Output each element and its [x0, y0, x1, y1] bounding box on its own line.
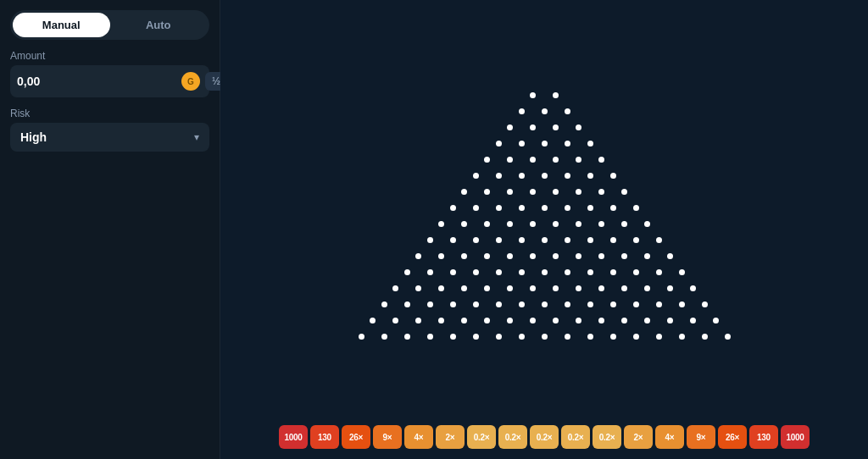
bucket[interactable]: 0.2× — [467, 425, 496, 449]
peg — [507, 189, 513, 195]
peg — [576, 157, 581, 163]
bucket[interactable]: 0.2× — [498, 425, 527, 449]
bucket[interactable]: 9× — [687, 425, 715, 449]
peg — [542, 205, 548, 211]
peg — [507, 318, 513, 324]
peg — [496, 141, 502, 147]
peg — [553, 318, 559, 324]
peg — [542, 141, 548, 147]
peg — [644, 253, 650, 259]
peg — [404, 301, 410, 307]
peg — [542, 108, 548, 114]
peg — [587, 237, 593, 243]
bucket[interactable]: 0.2× — [561, 425, 590, 449]
peg — [530, 221, 536, 227]
peg — [587, 334, 593, 340]
bucket[interactable]: 0.2× — [530, 425, 559, 449]
peg — [587, 173, 593, 179]
bucket[interactable]: 26× — [342, 425, 370, 449]
peg — [565, 205, 570, 211]
bucket[interactable]: 2× — [436, 425, 465, 449]
peg — [519, 334, 525, 340]
peg — [565, 334, 570, 340]
peg — [553, 221, 559, 227]
peg — [519, 173, 525, 179]
peg — [427, 334, 433, 340]
buckets-row: 100013026×9×4×2×0.2×0.2×0.2×0.2×0.2×2×4×… — [270, 425, 818, 449]
bucket[interactable]: 9× — [373, 425, 402, 449]
peg — [587, 301, 593, 307]
bucket[interactable]: 2× — [624, 425, 653, 449]
peg — [473, 301, 479, 307]
peg — [598, 318, 604, 324]
peg-row — [453, 184, 636, 200]
peg — [656, 301, 662, 307]
peg — [438, 318, 444, 324]
bucket[interactable]: 26× — [718, 425, 747, 449]
risk-section: Risk Low Medium High ▾ — [10, 108, 209, 152]
tab-manual[interactable]: Manual — [13, 13, 110, 37]
peg — [530, 157, 536, 163]
peg — [587, 141, 593, 147]
game-area: 100013026×9×4×2×0.2×0.2×0.2×0.2×0.2×2×4×… — [220, 0, 868, 459]
peg — [519, 141, 525, 147]
peg — [598, 253, 604, 259]
bucket[interactable]: 1000 — [279, 425, 308, 449]
peg — [507, 124, 513, 130]
peg — [507, 157, 513, 163]
tab-switcher: Manual Auto — [10, 10, 209, 40]
bucket[interactable]: 0.2× — [593, 425, 621, 449]
peg — [713, 318, 719, 324]
amount-label: Amount — [10, 50, 209, 62]
peg — [621, 285, 627, 291]
peg — [415, 318, 421, 324]
peg — [565, 108, 570, 114]
peg — [484, 157, 490, 163]
peg — [415, 253, 421, 259]
peg — [473, 269, 479, 275]
peg — [484, 221, 490, 227]
peg — [473, 173, 479, 179]
peg — [644, 221, 650, 227]
peg — [667, 285, 673, 291]
bucket[interactable]: 4× — [655, 425, 684, 449]
peg — [507, 221, 513, 227]
peg — [496, 269, 502, 275]
peg — [565, 301, 570, 307]
amount-input[interactable] — [17, 75, 176, 88]
peg — [530, 189, 536, 195]
peg — [392, 318, 398, 324]
peg — [621, 221, 627, 227]
peg — [484, 285, 490, 291]
peg — [656, 334, 662, 340]
peg — [530, 318, 536, 324]
peg — [679, 334, 685, 340]
peg — [725, 334, 731, 340]
peg — [530, 285, 536, 291]
peg — [679, 269, 685, 275]
bucket[interactable]: 130 — [310, 425, 339, 449]
bucket[interactable]: 4× — [404, 425, 433, 449]
bucket[interactable]: 130 — [749, 425, 778, 449]
peg — [610, 237, 616, 243]
peg — [473, 334, 479, 340]
peg — [542, 269, 548, 275]
peg — [542, 237, 548, 243]
peg — [621, 253, 627, 259]
peg — [679, 301, 685, 307]
peg-row — [476, 152, 613, 168]
peg — [519, 269, 525, 275]
amount-row: G ½ 2× — [10, 65, 209, 97]
peg — [576, 124, 581, 130]
peg — [633, 301, 639, 307]
peg — [656, 269, 662, 275]
risk-select[interactable]: Low Medium High — [10, 123, 209, 152]
peg — [450, 269, 456, 275]
peg — [553, 157, 559, 163]
tab-auto[interactable]: Auto — [110, 13, 208, 37]
peg — [553, 124, 559, 130]
bucket[interactable]: 1000 — [781, 425, 810, 449]
peg — [690, 318, 696, 324]
peg-row — [361, 312, 727, 329]
peg — [576, 189, 581, 195]
